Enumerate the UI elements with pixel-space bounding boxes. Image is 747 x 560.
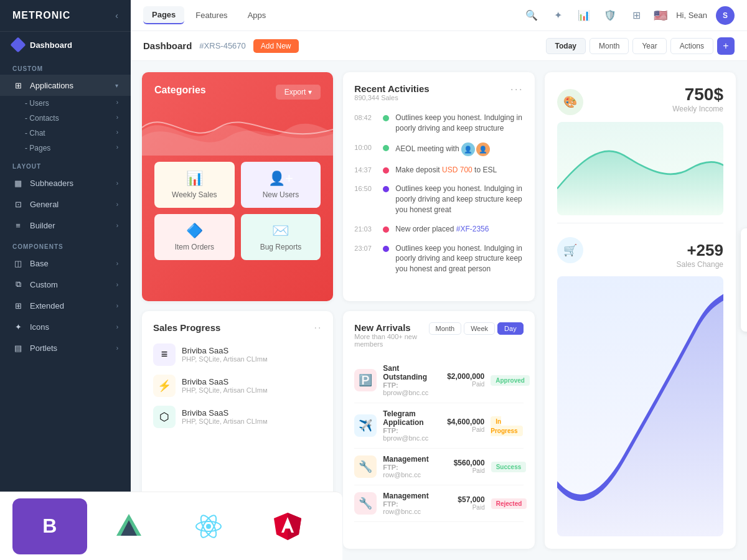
sub-header: Dashboard #XRS-45670 Add New Today Month… — [131, 31, 747, 61]
today-button[interactable]: Today — [546, 38, 586, 54]
arrival-paid-1: Paid — [435, 381, 484, 388]
custom-section-label: CUSTOM — [0, 58, 131, 75]
categories-grid: 📊 Weekly Sales 👤+ New Users 🔷 Item Order… — [154, 162, 321, 260]
new-arrivals-filters: Month Week Day — [429, 322, 524, 335]
extended-icon: ⊞ — [12, 300, 24, 311]
activities-menu-dots[interactable]: ··· — [510, 83, 524, 95]
month-button[interactable]: Month — [590, 38, 629, 54]
export-button[interactable]: Export ▾ — [276, 85, 321, 100]
activity-dot-4 — [383, 186, 389, 192]
icons-label: Icons — [30, 322, 49, 332]
sidebar-dashboard-item[interactable]: Dashboard — [0, 32, 131, 58]
custom-icon: ⧉ — [12, 279, 24, 290]
sidebar-item-applications[interactable]: ⊞ Applications ▾ — [0, 75, 131, 96]
filter-month-button[interactable]: Month — [429, 322, 462, 335]
sidebar-item-builder[interactable]: ≡ Builder › — [0, 215, 131, 236]
progress-name-1: Briviba SaaS — [182, 346, 322, 355]
custom-label: Custom — [30, 280, 58, 289]
category-box-new-users[interactable]: 👤+ New Users — [241, 162, 321, 208]
tab-features[interactable]: Features — [187, 7, 236, 24]
arrival-price-3: $560,000 Paid — [435, 459, 485, 474]
dashboard-diamond-icon — [10, 37, 26, 52]
status-badge-3: Success — [491, 462, 527, 472]
shield-icon[interactable]: 🛡️ — [601, 7, 619, 24]
grid-icon[interactable]: ⊞ — [627, 7, 645, 24]
sidebar-item-icons[interactable]: ✦ Icons › — [0, 316, 131, 337]
arrival-sub-3: FTP: row@bnc.cc — [383, 464, 428, 478]
extended-label: Extended — [30, 301, 64, 310]
arrival-amount-4: $57,000 — [435, 495, 485, 504]
arrival-sub-1: FTP: bprow@bnc.cc — [383, 381, 428, 396]
sidebar-item-general[interactable]: ⊡ General › — [0, 194, 131, 215]
filter-day-button[interactable]: Day — [497, 322, 524, 335]
tab-apps[interactable]: Apps — [239, 7, 275, 24]
chart-icon[interactable]: 📊 — [575, 7, 593, 24]
arrival-info-1: Sant Outstanding FTP: bprow@bnc.cc — [383, 364, 428, 396]
activity-text-6: Outlines keep you honest. Indulging in p… — [395, 243, 523, 274]
progress-sub-3: PHP, SQLite, Artisan CLImм — [182, 418, 322, 425]
progress-sub-2: PHP, SQLite, Artisan CLImм — [182, 386, 322, 394]
chart-divider — [557, 223, 723, 223]
arrival-row-2: ✈️ Telegram Application FTP: bprow@bnc.c… — [354, 403, 523, 449]
sidebar-sub-pages[interactable]: Pages › — [25, 141, 131, 156]
portlets-label: Portlets — [30, 343, 57, 353]
sidebar-item-extended[interactable]: ⊞ Extended › — [0, 295, 131, 316]
filter-week-button[interactable]: Week — [464, 322, 495, 335]
activity-item-1: 08:42 Outlines keep you honest. Indulgin… — [354, 113, 523, 134]
sidebar-item-portlets[interactable]: ▤ Portlets › — [0, 337, 131, 358]
sales-progress-menu[interactable]: ·· — [314, 322, 322, 334]
vue-logo[interactable] — [92, 498, 167, 554]
weekly-sales-label: Weekly Sales — [172, 190, 217, 199]
categories-card: Categories Export ▾ 📊 Weekly Sales — [142, 72, 333, 301]
sidebar-sub-contacts[interactable]: Contacts › — [25, 111, 131, 126]
activity-time-1: 08:42 — [354, 113, 377, 121]
progress-icon-2: ⚡ — [153, 375, 176, 397]
item-orders-label: Item Orders — [175, 243, 214, 251]
new-users-icon: 👤+ — [268, 170, 293, 187]
tab-pages[interactable]: Pages — [143, 6, 184, 24]
dashboard-label: Dashboard — [30, 40, 72, 50]
user-avatar[interactable]: S — [716, 6, 735, 25]
arrival-amount-2: $4,600,000 — [435, 418, 484, 426]
sales-change-chart-svg — [557, 276, 723, 536]
sales-change-chart — [557, 276, 723, 536]
sidebar-collapse-icon[interactable]: ‹ — [115, 11, 118, 21]
arrival-amount-1: $2,000,000 — [435, 372, 484, 381]
share-icon[interactable]: ✦ — [549, 7, 566, 24]
sidebar-sub-users[interactable]: Users › — [25, 96, 131, 111]
bootstrap-logo[interactable]: B — [12, 498, 87, 554]
arrival-status-1: Approved — [491, 375, 534, 385]
category-box-bug-reports[interactable]: ✉️ Bug Reports — [241, 214, 321, 260]
subheader-plus-button[interactable]: + — [717, 37, 735, 55]
actions-button[interactable]: Actions — [670, 38, 713, 54]
angular-logo[interactable] — [251, 498, 326, 554]
sidebar-item-custom[interactable]: ⧉ Custom › — [0, 274, 131, 295]
category-box-weekly-sales[interactable]: 📊 Weekly Sales — [154, 162, 235, 208]
sidebar-sub-chat[interactable]: Chat › — [25, 126, 131, 141]
categories-header: Categories Export ▾ — [154, 85, 321, 100]
add-new-button[interactable]: Add New — [253, 39, 299, 53]
builder-icon: ≡ — [12, 220, 24, 231]
weekly-sales-icon: 📊 — [186, 170, 203, 187]
icons-icon: ✦ — [12, 321, 24, 332]
arrival-name-2: Telegram Application — [383, 409, 428, 427]
arrival-icon-3: 🔧 — [354, 455, 377, 478]
search-icon[interactable]: 🔍 — [523, 7, 540, 24]
progress-sub-1: PHP, SQLite, Artisan CLImм — [182, 355, 322, 363]
sales-change-label: Sales Change — [677, 260, 723, 269]
sidebar-item-base[interactable]: ◫ Base › — [0, 253, 131, 274]
react-svg — [193, 511, 224, 542]
user-greeting: Hi, Sean — [676, 11, 707, 20]
activity-dot-2 — [383, 145, 389, 151]
flag-icon[interactable]: 🇺🇸 — [654, 9, 667, 22]
sidebar-item-subheaders[interactable]: ▦ Subheaders › — [0, 172, 131, 194]
bug-reports-icon: ✉️ — [272, 223, 289, 239]
activity-time-2: 10:00 — [354, 142, 377, 151]
new-arrivals-card: New Arrivals More than 400+ new members … — [343, 311, 534, 549]
year-button[interactable]: Year — [632, 38, 666, 54]
react-logo[interactable] — [171, 498, 246, 554]
progress-item-3: ⬡ Briviba SaaS PHP, SQLite, Artisan CLIm… — [153, 406, 322, 428]
status-badge-4: Rejected — [491, 498, 527, 509]
category-box-item-orders[interactable]: 🔷 Item Orders — [154, 214, 235, 260]
arrival-status-2: In Progress — [491, 416, 534, 435]
